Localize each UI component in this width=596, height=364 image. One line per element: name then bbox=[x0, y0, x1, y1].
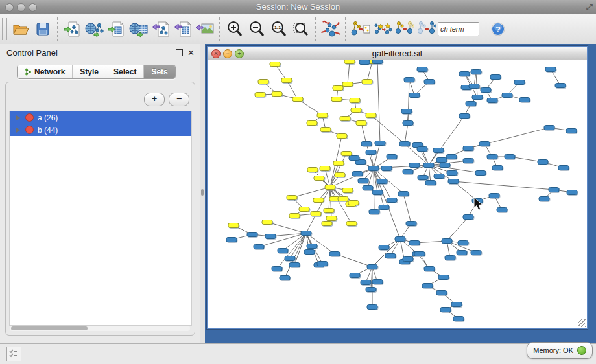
network-node[interactable] bbox=[272, 267, 282, 271]
zoom-in-button[interactable] bbox=[224, 17, 246, 41]
remove-set-button[interactable]: − bbox=[169, 93, 189, 106]
network-node[interactable] bbox=[471, 70, 481, 74]
network-node[interactable] bbox=[423, 163, 434, 168]
network-node[interactable] bbox=[361, 142, 372, 146]
tab-sets[interactable]: Sets bbox=[143, 65, 174, 78]
tab-style[interactable]: Style bbox=[72, 65, 106, 78]
network-node[interactable] bbox=[361, 280, 371, 285]
search-input[interactable] bbox=[438, 22, 479, 36]
network-node[interactable] bbox=[446, 155, 457, 159]
network-node[interactable] bbox=[475, 171, 486, 176]
network-node[interactable] bbox=[424, 80, 435, 84]
network-node[interactable] bbox=[425, 181, 436, 185]
network-node[interactable] bbox=[538, 160, 548, 165]
zoom-actual-size-button[interactable]: 1:1 bbox=[268, 17, 290, 41]
network-node-selected[interactable] bbox=[333, 161, 344, 166]
network-node[interactable] bbox=[567, 190, 577, 195]
network-node[interactable] bbox=[422, 284, 433, 288]
network-node-selected[interactable] bbox=[307, 168, 318, 172]
network-node[interactable] bbox=[352, 172, 363, 176]
network-node-selected[interactable] bbox=[342, 82, 353, 87]
network-node[interactable] bbox=[438, 275, 449, 280]
network-node-selected[interactable] bbox=[289, 214, 300, 218]
network-node[interactable] bbox=[395, 237, 405, 242]
network-node-selected[interactable] bbox=[292, 97, 303, 102]
network-node[interactable] bbox=[417, 147, 427, 152]
network-node-selected[interactable] bbox=[317, 113, 328, 118]
tab-network[interactable]: Network bbox=[18, 65, 72, 78]
network-node[interactable] bbox=[367, 265, 377, 269]
network-node-selected[interactable] bbox=[272, 92, 282, 97]
network-node[interactable] bbox=[359, 60, 370, 65]
network-node[interactable] bbox=[471, 251, 481, 255]
network-node[interactable] bbox=[387, 155, 397, 159]
network-node[interactable] bbox=[481, 88, 491, 93]
network-node[interactable] bbox=[459, 72, 470, 76]
network-node[interactable] bbox=[226, 238, 237, 242]
network-node[interactable] bbox=[539, 197, 549, 201]
new-network-selected-nodes-all-edges-button[interactable] bbox=[394, 17, 416, 41]
network-node[interactable] bbox=[457, 251, 467, 255]
network-node-selected[interactable] bbox=[362, 80, 372, 84]
network-node-selected[interactable] bbox=[324, 209, 334, 213]
network-node[interactable] bbox=[514, 80, 525, 85]
network-node-selected[interactable] bbox=[281, 78, 292, 83]
fullscreen-icon[interactable]: ⤢ bbox=[586, 2, 593, 12]
network-node[interactable] bbox=[368, 166, 379, 171]
network-node[interactable] bbox=[385, 254, 396, 258]
network-node[interactable] bbox=[433, 148, 444, 153]
export-image-button[interactable] bbox=[194, 17, 216, 41]
scrollbar-thumb[interactable] bbox=[11, 326, 88, 330]
network-node[interactable] bbox=[436, 291, 447, 295]
set-row-b[interactable]: b (44) bbox=[10, 124, 191, 136]
expand-arrow-icon[interactable] bbox=[16, 128, 20, 133]
network-node[interactable] bbox=[555, 84, 566, 88]
network-node[interactable] bbox=[289, 263, 300, 267]
export-table-button[interactable] bbox=[172, 17, 194, 41]
network-node-selected[interactable] bbox=[299, 207, 309, 212]
add-set-button[interactable]: + bbox=[144, 93, 165, 106]
network-node[interactable] bbox=[403, 170, 413, 174]
network-node-selected[interactable] bbox=[311, 212, 321, 216]
network-node[interactable] bbox=[285, 256, 295, 261]
network-node[interactable] bbox=[442, 239, 452, 244]
network-node[interactable] bbox=[401, 109, 412, 114]
network-node-selected[interactable] bbox=[340, 117, 350, 121]
network-node-selected[interactable] bbox=[326, 216, 337, 221]
help-button[interactable]: ? bbox=[487, 17, 509, 41]
network-node-selected[interactable] bbox=[270, 62, 280, 67]
zoom-out-button[interactable] bbox=[246, 17, 268, 41]
apply-layout-button[interactable] bbox=[320, 17, 342, 41]
import-table-file-button[interactable] bbox=[106, 17, 128, 41]
network-node[interactable] bbox=[403, 121, 413, 126]
network-node-selected[interactable] bbox=[228, 223, 239, 228]
network-node[interactable] bbox=[366, 150, 376, 155]
network-node[interactable] bbox=[409, 241, 420, 245]
network-node[interactable] bbox=[377, 179, 387, 184]
network-node[interactable] bbox=[487, 155, 497, 159]
network-node-selected[interactable] bbox=[337, 134, 347, 139]
network-node[interactable] bbox=[367, 305, 377, 310]
splitter-grip[interactable] bbox=[201, 189, 204, 196]
expand-arrow-icon[interactable] bbox=[16, 115, 20, 120]
network-node[interactable] bbox=[307, 244, 317, 249]
network-node[interactable] bbox=[440, 163, 450, 168]
network-node[interactable] bbox=[445, 256, 455, 260]
network-node[interactable] bbox=[458, 241, 468, 245]
network-node-selected[interactable] bbox=[325, 185, 335, 190]
network-node[interactable] bbox=[466, 102, 476, 106]
network-node[interactable] bbox=[366, 288, 376, 292]
network-node-selected[interactable] bbox=[307, 121, 317, 126]
network-node-selected[interactable] bbox=[287, 196, 297, 200]
network-node[interactable] bbox=[447, 171, 457, 176]
network-node[interactable] bbox=[487, 98, 497, 103]
float-panel-icon[interactable] bbox=[176, 49, 183, 56]
network-window-titlebar[interactable]: ✕ − + galFiltered.sif bbox=[208, 47, 587, 61]
network-node[interactable] bbox=[372, 190, 383, 195]
import-table-url-button[interactable] bbox=[128, 17, 150, 41]
network-node[interactable] bbox=[247, 233, 257, 237]
network-node[interactable] bbox=[451, 302, 462, 307]
new-network-from-selection-file-button[interactable] bbox=[350, 17, 372, 41]
network-node[interactable] bbox=[329, 252, 340, 256]
network-node[interactable] bbox=[350, 273, 360, 278]
